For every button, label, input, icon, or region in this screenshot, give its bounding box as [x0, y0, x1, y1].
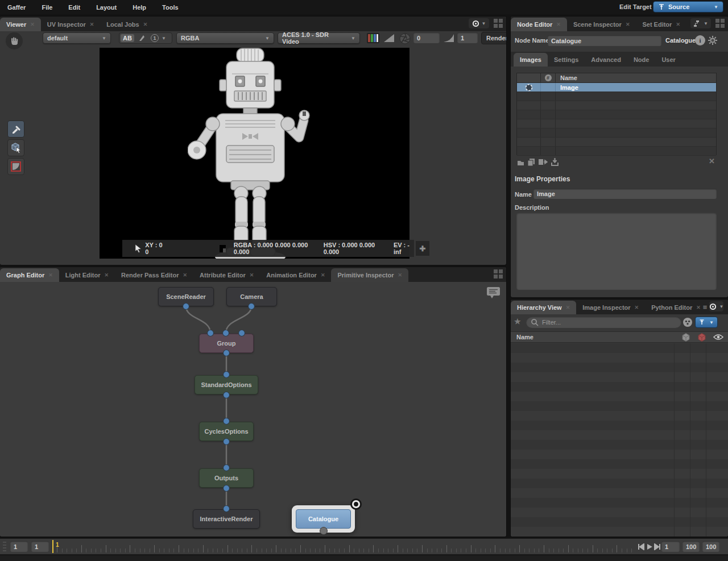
menu-gaffer[interactable]: Gaffer: [7, 4, 26, 11]
layout-grid-icon[interactable]: [494, 269, 503, 279]
node-scenereader[interactable]: SceneReader: [158, 287, 214, 306]
column-name[interactable]: Name: [511, 334, 533, 340]
tab-images[interactable]: Images: [514, 53, 548, 67]
edit-target-dropdown[interactable]: Source ▼: [653, 1, 723, 13]
color-picker-tool[interactable]: [7, 120, 24, 138]
menu-layout[interactable]: Layout: [96, 4, 117, 11]
image-name-input[interactable]: [533, 189, 717, 199]
wedge-tool-icon[interactable]: [137, 34, 147, 42]
chevron-down-icon[interactable]: ▼: [162, 36, 166, 41]
gamma-triangle-icon[interactable]: [443, 34, 454, 43]
tab-advanced[interactable]: Advanced: [585, 53, 627, 67]
layer-select[interactable]: default▼: [43, 32, 111, 44]
channel-select[interactable]: RGBA▼: [176, 32, 274, 44]
tab-attribute-editor[interactable]: Attribute Editor✕: [193, 268, 260, 282]
aperture-icon[interactable]: [399, 32, 411, 45]
close-icon[interactable]: ✕: [183, 272, 188, 278]
tab-python-editor[interactable]: Python Editor✕: [645, 301, 703, 314]
filter-input[interactable]: [539, 317, 677, 327]
tab-settings[interactable]: Settings: [548, 53, 585, 67]
node-name-input[interactable]: [548, 35, 661, 46]
frame-start-field[interactable]: 1: [10, 541, 28, 552]
exposure-triangle-icon[interactable]: [383, 34, 395, 43]
inspect-tool[interactable]: [7, 139, 24, 156]
tab-light-editor[interactable]: Light Editor✕: [59, 268, 115, 282]
hierarchy-rows[interactable]: [511, 343, 728, 537]
close-icon[interactable]: ✕: [556, 22, 561, 27]
menu-help[interactable]: Help: [133, 4, 146, 11]
node-cyclesoptions[interactable]: CyclesOptions: [199, 422, 254, 441]
tab-hierarchy-view[interactable]: Hierarchy View✕: [511, 301, 576, 314]
add-inspector-button[interactable]: ✚: [416, 241, 429, 256]
tab-node[interactable]: Node: [627, 53, 656, 67]
crop-window-tool[interactable]: [7, 158, 24, 175]
viewport-image[interactable]: [100, 48, 410, 259]
pin-editor-button[interactable]: ▼: [469, 18, 489, 28]
scene-filter-dropdown[interactable]: ▼: [695, 317, 718, 328]
graph-canvas[interactable]: SceneReader Camera Group StandardOptions…: [0, 282, 506, 537]
node-catalogue-selection[interactable]: Catalogue: [292, 505, 355, 533]
tab-primitive-inspector[interactable]: Primitive Inspector✕: [331, 268, 408, 282]
layout-grid-icon[interactable]: [494, 19, 503, 28]
menu-tools[interactable]: Tools: [162, 4, 179, 11]
close-icon[interactable]: ✕: [696, 305, 701, 310]
node-catalogue[interactable]: Catalogue: [296, 509, 351, 529]
render-button[interactable]: Render: [481, 32, 506, 44]
tab-local-jobs[interactable]: Local Jobs✕: [100, 18, 154, 31]
tab-viewer[interactable]: Viewer✕: [0, 18, 41, 31]
pan-tool-button[interactable]: [6, 32, 23, 49]
tab-set-editor[interactable]: Set Editor✕: [636, 18, 686, 31]
info-icon[interactable]: i: [695, 35, 705, 45]
remove-image-button[interactable]: ✕: [709, 157, 715, 165]
image-description-input[interactable]: [516, 213, 717, 290]
new-image-icon[interactable]: [516, 158, 525, 167]
import-image-icon[interactable]: [551, 157, 559, 167]
close-icon[interactable]: ✕: [48, 272, 53, 278]
timeline-grip[interactable]: [3, 542, 6, 552]
node-interactiverender[interactable]: InteractiveRender: [193, 509, 260, 529]
node-standardoptions[interactable]: StandardOptions: [195, 375, 258, 394]
range-end-field[interactable]: 100: [682, 541, 700, 552]
close-icon[interactable]: ✕: [635, 305, 639, 310]
close-icon[interactable]: ✕: [626, 22, 630, 27]
tab-user[interactable]: User: [655, 53, 681, 67]
gamma-field[interactable]: 1: [457, 32, 478, 43]
tab-animation-editor[interactable]: Animation Editor✕: [260, 268, 331, 282]
compare-ab-toggle[interactable]: AB: [121, 34, 134, 42]
compare-index-badge[interactable]: 1: [151, 34, 159, 42]
close-icon[interactable]: ✕: [250, 272, 254, 278]
playhead[interactable]: [52, 540, 53, 553]
table-row-image[interactable]: Image: [517, 83, 716, 92]
close-icon[interactable]: ✕: [143, 22, 148, 27]
go-to-start-icon[interactable]: [638, 543, 644, 550]
menu-edit[interactable]: Edit: [68, 4, 80, 11]
exposure-field[interactable]: 0: [413, 32, 440, 43]
tab-render-pass-editor[interactable]: Render Pass Editor✕: [115, 268, 193, 282]
node-camera[interactable]: Camera: [226, 287, 277, 306]
menu-file[interactable]: File: [42, 4, 52, 11]
range-start-field[interactable]: 1: [661, 541, 680, 552]
visibility-eye-icon[interactable]: [713, 334, 723, 340]
tab-overflow-icon[interactable]: ≡: [703, 303, 708, 314]
close-icon[interactable]: ✕: [676, 22, 680, 27]
tab-node-editor[interactable]: Node Editor✕: [511, 18, 567, 31]
close-icon[interactable]: ✕: [105, 272, 109, 278]
current-frame-field[interactable]: 1: [31, 541, 49, 552]
pin-editor-button[interactable]: ▼: [709, 301, 723, 311]
annotation-bubble-icon[interactable]: [487, 287, 502, 300]
node-group[interactable]: Group: [199, 334, 254, 353]
duplicate-image-icon[interactable]: [527, 157, 536, 167]
close-icon[interactable]: ✕: [566, 305, 570, 310]
bookmarks-star-icon[interactable]: ★: [514, 317, 521, 326]
display-transform-select[interactable]: ACES 1.0 - SDR Video▼: [278, 32, 360, 44]
gear-icon[interactable]: [708, 35, 718, 45]
tab-uv-inspector[interactable]: UV Inspector✕: [41, 18, 100, 31]
close-icon[interactable]: ✕: [90, 22, 94, 27]
close-icon[interactable]: ✕: [321, 272, 325, 278]
layout-grid-icon[interactable]: [715, 19, 725, 28]
sets-filter-icon[interactable]: [682, 317, 693, 327]
node-outputs[interactable]: Outputs: [199, 468, 254, 488]
play-icon[interactable]: [646, 543, 653, 550]
tab-graph-editor[interactable]: Graph Editor✕: [0, 268, 59, 282]
tab-scene-inspector[interactable]: Scene Inspector✕: [567, 18, 636, 31]
